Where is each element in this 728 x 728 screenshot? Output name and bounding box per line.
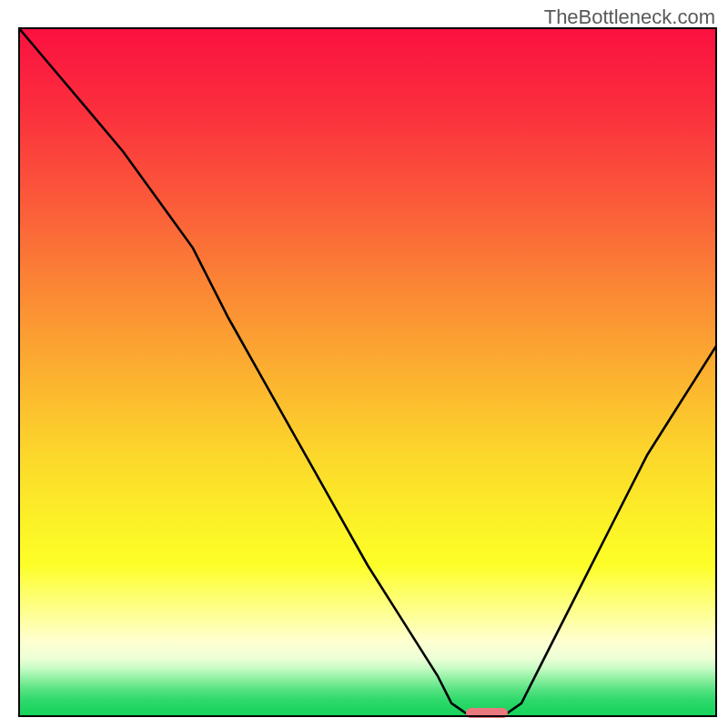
bottleneck-curve	[18, 27, 717, 713]
plot-area	[18, 27, 717, 717]
chart-canvas: TheBottleneck.com	[0, 0, 728, 728]
curve-layer	[18, 27, 717, 717]
target-band-marker	[466, 708, 508, 718]
watermark-text: TheBottleneck.com	[544, 5, 715, 29]
